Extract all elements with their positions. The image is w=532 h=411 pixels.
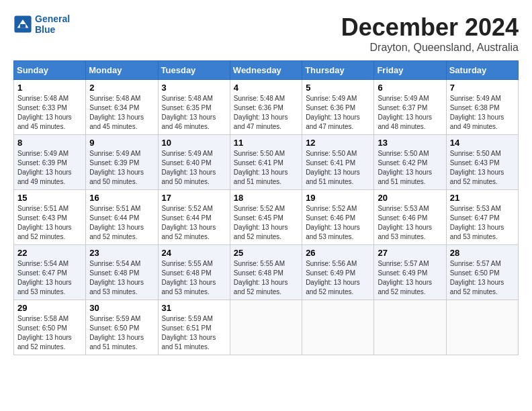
day-info: Sunrise: 5:50 AMSunset: 6:43 PMDaylight:… xyxy=(450,149,515,187)
day-info: Sunrise: 5:54 AMSunset: 6:47 PMDaylight:… xyxy=(17,259,82,297)
day-info: Sunrise: 5:56 AMSunset: 6:49 PMDaylight:… xyxy=(306,259,370,297)
day-number: 28 xyxy=(450,248,515,258)
calendar-cell xyxy=(302,300,374,355)
calendar-cell: 27Sunrise: 5:57 AMSunset: 6:49 PMDayligh… xyxy=(374,245,446,300)
calendar-cell: 30Sunrise: 5:59 AMSunset: 6:50 PMDayligh… xyxy=(86,300,158,355)
day-number: 20 xyxy=(378,193,442,203)
calendar-cell: 6Sunrise: 5:49 AMSunset: 6:37 PMDaylight… xyxy=(374,80,446,135)
day-number: 3 xyxy=(162,83,226,93)
day-number: 23 xyxy=(89,248,154,258)
day-number: 30 xyxy=(89,303,154,313)
day-info: Sunrise: 5:48 AMSunset: 6:35 PMDaylight:… xyxy=(162,94,226,132)
calendar-cell: 26Sunrise: 5:56 AMSunset: 6:49 PMDayligh… xyxy=(302,245,374,300)
day-number: 16 xyxy=(89,193,154,203)
day-number: 6 xyxy=(378,83,442,93)
day-info: Sunrise: 5:54 AMSunset: 6:48 PMDaylight:… xyxy=(89,259,154,297)
calendar-cell: 11Sunrise: 5:50 AMSunset: 6:41 PMDayligh… xyxy=(230,135,302,190)
weekday-header: Sunday xyxy=(14,61,86,80)
calendar-title: December 2024 xyxy=(341,13,519,42)
day-number: 17 xyxy=(162,193,226,203)
day-info: Sunrise: 5:49 AMSunset: 6:38 PMDaylight:… xyxy=(450,94,515,132)
calendar-cell: 2Sunrise: 5:48 AMSunset: 6:34 PMDaylight… xyxy=(86,80,158,135)
day-info: Sunrise: 5:50 AMSunset: 6:41 PMDaylight:… xyxy=(234,149,298,187)
weekday-header: Tuesday xyxy=(158,61,230,80)
calendar-cell: 7Sunrise: 5:49 AMSunset: 6:38 PMDaylight… xyxy=(446,80,518,135)
calendar-cell: 12Sunrise: 5:50 AMSunset: 6:41 PMDayligh… xyxy=(302,135,374,190)
calendar-cell: 28Sunrise: 5:57 AMSunset: 6:50 PMDayligh… xyxy=(446,245,518,300)
weekday-header: Thursday xyxy=(302,61,374,80)
day-number: 25 xyxy=(234,248,298,258)
calendar-cell: 25Sunrise: 5:55 AMSunset: 6:48 PMDayligh… xyxy=(230,245,302,300)
day-number: 5 xyxy=(306,83,370,93)
day-info: Sunrise: 5:52 AMSunset: 6:46 PMDaylight:… xyxy=(306,204,370,242)
weekday-header: Monday xyxy=(86,61,158,80)
day-number: 8 xyxy=(17,138,82,148)
calendar-week-row: 15Sunrise: 5:51 AMSunset: 6:43 PMDayligh… xyxy=(14,190,519,245)
day-info: Sunrise: 5:51 AMSunset: 6:44 PMDaylight:… xyxy=(89,204,154,242)
calendar-cell: 1Sunrise: 5:48 AMSunset: 6:33 PMDaylight… xyxy=(14,80,86,135)
calendar-table: SundayMondayTuesdayWednesdayThursdayFrid… xyxy=(13,60,519,355)
day-number: 29 xyxy=(17,303,82,313)
calendar-week-row: 8Sunrise: 5:49 AMSunset: 6:39 PMDaylight… xyxy=(14,135,519,190)
day-number: 27 xyxy=(378,248,442,258)
weekday-header: Friday xyxy=(374,61,446,80)
calendar-cell: 31Sunrise: 5:59 AMSunset: 6:51 PMDayligh… xyxy=(158,300,230,355)
calendar-cell: 10Sunrise: 5:49 AMSunset: 6:40 PMDayligh… xyxy=(158,135,230,190)
logo-line1: General xyxy=(35,13,70,24)
day-info: Sunrise: 5:55 AMSunset: 6:48 PMDaylight:… xyxy=(162,259,226,297)
calendar-cell: 17Sunrise: 5:52 AMSunset: 6:44 PMDayligh… xyxy=(158,190,230,245)
calendar-cell: 9Sunrise: 5:49 AMSunset: 6:39 PMDaylight… xyxy=(86,135,158,190)
calendar-cell: 14Sunrise: 5:50 AMSunset: 6:43 PMDayligh… xyxy=(446,135,518,190)
day-info: Sunrise: 5:52 AMSunset: 6:45 PMDaylight:… xyxy=(234,204,298,242)
day-info: Sunrise: 5:48 AMSunset: 6:33 PMDaylight:… xyxy=(17,94,82,132)
day-number: 15 xyxy=(17,193,82,203)
day-number: 11 xyxy=(234,138,298,148)
calendar-cell: 19Sunrise: 5:52 AMSunset: 6:46 PMDayligh… xyxy=(302,190,374,245)
calendar-cell: 5Sunrise: 5:49 AMSunset: 6:36 PMDaylight… xyxy=(302,80,374,135)
day-info: Sunrise: 5:50 AMSunset: 6:42 PMDaylight:… xyxy=(378,149,442,187)
day-info: Sunrise: 5:58 AMSunset: 6:50 PMDaylight:… xyxy=(17,314,82,352)
calendar-cell: 23Sunrise: 5:54 AMSunset: 6:48 PMDayligh… xyxy=(86,245,158,300)
day-number: 19 xyxy=(306,193,370,203)
day-info: Sunrise: 5:53 AMSunset: 6:47 PMDaylight:… xyxy=(450,204,515,242)
svg-rect-2 xyxy=(20,24,26,28)
calendar-cell: 18Sunrise: 5:52 AMSunset: 6:45 PMDayligh… xyxy=(230,190,302,245)
logo-line2: Blue xyxy=(35,24,70,35)
calendar-cell: 8Sunrise: 5:49 AMSunset: 6:39 PMDaylight… xyxy=(14,135,86,190)
calendar-week-row: 22Sunrise: 5:54 AMSunset: 6:47 PMDayligh… xyxy=(14,245,519,300)
day-number: 22 xyxy=(17,248,82,258)
calendar-cell: 16Sunrise: 5:51 AMSunset: 6:44 PMDayligh… xyxy=(86,190,158,245)
day-number: 13 xyxy=(378,138,442,148)
calendar-cell: 22Sunrise: 5:54 AMSunset: 6:47 PMDayligh… xyxy=(14,245,86,300)
weekday-header: Saturday xyxy=(446,61,518,80)
calendar-cell: 20Sunrise: 5:53 AMSunset: 6:46 PMDayligh… xyxy=(374,190,446,245)
calendar-cell: 24Sunrise: 5:55 AMSunset: 6:48 PMDayligh… xyxy=(158,245,230,300)
calendar-cell: 4Sunrise: 5:48 AMSunset: 6:36 PMDaylight… xyxy=(230,80,302,135)
day-info: Sunrise: 5:49 AMSunset: 6:40 PMDaylight:… xyxy=(162,149,226,187)
calendar-week-row: 29Sunrise: 5:58 AMSunset: 6:50 PMDayligh… xyxy=(14,300,519,355)
day-number: 1 xyxy=(17,83,82,93)
calendar-subtitle: Drayton, Queensland, Australia xyxy=(341,42,519,54)
calendar-cell: 21Sunrise: 5:53 AMSunset: 6:47 PMDayligh… xyxy=(446,190,518,245)
day-number: 21 xyxy=(450,193,515,203)
day-info: Sunrise: 5:51 AMSunset: 6:43 PMDaylight:… xyxy=(17,204,82,242)
day-number: 31 xyxy=(162,303,226,313)
logo-icon xyxy=(13,15,32,34)
calendar-cell xyxy=(446,300,518,355)
calendar-cell: 13Sunrise: 5:50 AMSunset: 6:42 PMDayligh… xyxy=(374,135,446,190)
calendar-week-row: 1Sunrise: 5:48 AMSunset: 6:33 PMDaylight… xyxy=(14,80,519,135)
calendar-cell xyxy=(230,300,302,355)
day-info: Sunrise: 5:49 AMSunset: 6:37 PMDaylight:… xyxy=(378,94,442,132)
day-info: Sunrise: 5:59 AMSunset: 6:50 PMDaylight:… xyxy=(89,314,154,352)
day-number: 9 xyxy=(89,138,154,148)
day-info: Sunrise: 5:50 AMSunset: 6:41 PMDaylight:… xyxy=(306,149,370,187)
header: General Blue December 2024 Drayton, Quee… xyxy=(13,13,519,54)
weekday-header-row: SundayMondayTuesdayWednesdayThursdayFrid… xyxy=(14,61,519,80)
day-number: 7 xyxy=(450,83,515,93)
day-info: Sunrise: 5:52 AMSunset: 6:44 PMDaylight:… xyxy=(162,204,226,242)
day-number: 26 xyxy=(306,248,370,258)
day-number: 24 xyxy=(162,248,226,258)
calendar-cell: 3Sunrise: 5:48 AMSunset: 6:35 PMDaylight… xyxy=(158,80,230,135)
day-info: Sunrise: 5:57 AMSunset: 6:49 PMDaylight:… xyxy=(378,259,442,297)
calendar-cell xyxy=(374,300,446,355)
